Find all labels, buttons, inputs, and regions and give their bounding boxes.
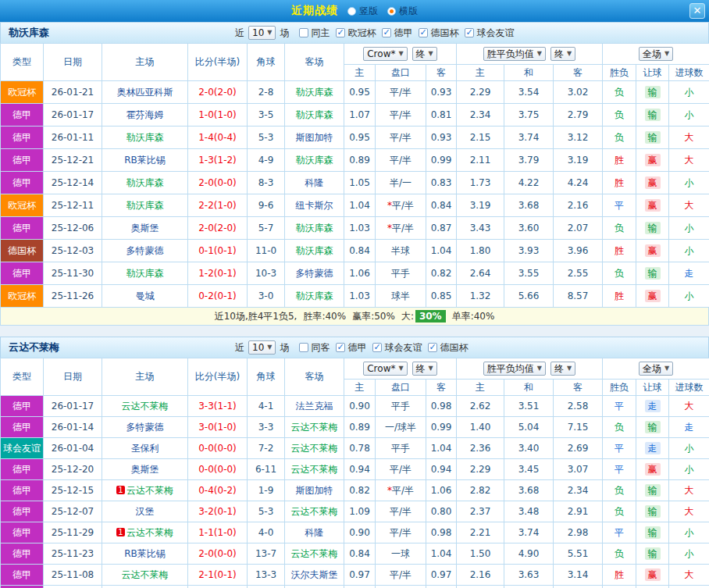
filter-checkbox[interactable]: 欧冠杯 bbox=[336, 27, 376, 40]
odds-company-select[interactable]: Crow*▼ bbox=[363, 47, 407, 61]
col-avg-away: 客 bbox=[554, 380, 603, 396]
handicap-result-cell: 走 bbox=[636, 396, 669, 417]
team-link[interactable]: 勒沃库森 bbox=[126, 268, 164, 279]
checkbox-label: 球会友谊 bbox=[476, 27, 514, 40]
odds-company-select[interactable]: Crow*▼ bbox=[363, 362, 407, 376]
avg-away-cell: 3.19 bbox=[554, 149, 603, 172]
league-badge: 德国杯 bbox=[1, 240, 44, 262]
col-home: 主场 bbox=[102, 44, 188, 81]
corners-cell: 5-3 bbox=[248, 127, 285, 149]
col-avg-draw: 和 bbox=[504, 380, 554, 396]
team-link[interactable]: 勒沃库森 bbox=[126, 177, 164, 188]
team-link[interactable]: 勒沃库森 bbox=[296, 245, 333, 256]
layout-radio[interactable]: 横版 bbox=[387, 5, 418, 18]
odds-home-cell: 0.90 bbox=[344, 586, 376, 588]
league-badge: 德甲 bbox=[1, 149, 44, 172]
team-link[interactable]: 云达不莱梅 bbox=[291, 548, 338, 559]
checkbox-label: 德国杯 bbox=[440, 341, 468, 355]
team-link[interactable]: 云达不莱梅 bbox=[122, 569, 169, 580]
team-link[interactable]: 云达不莱梅 bbox=[291, 422, 338, 433]
team-link[interactable]: 斯图加特 bbox=[296, 132, 333, 143]
checkbox-icon bbox=[465, 28, 474, 37]
team-link[interactable]: 勒沃库森 bbox=[296, 290, 333, 301]
chevron-down-icon: ▼ bbox=[567, 48, 572, 59]
team-link[interactable]: 科隆 bbox=[305, 527, 324, 538]
col-goals-result: 进球数 bbox=[669, 65, 709, 81]
team-link[interactable]: 奥斯堡 bbox=[131, 223, 159, 233]
team-link[interactable]: 斯图加特 bbox=[296, 485, 333, 496]
odds-final-select[interactable]: 终▼ bbox=[412, 47, 437, 61]
handicap-result-cell: 走 bbox=[636, 438, 669, 459]
avg-select[interactable]: 胜平负均值▼ bbox=[483, 47, 546, 61]
team-link[interactable]: 法兰克福 bbox=[296, 401, 333, 412]
team-link[interactable]: 科隆 bbox=[305, 177, 324, 188]
team-link[interactable]: 沃尔夫斯堡 bbox=[291, 569, 338, 580]
corners-cell: 4-0 bbox=[248, 522, 285, 543]
team-link[interactable]: 多特蒙德 bbox=[126, 422, 164, 433]
team-link[interactable]: 奥斯堡 bbox=[131, 464, 159, 475]
match-count-select[interactable]: 10▼ bbox=[248, 340, 276, 355]
team-link[interactable]: 曼城 bbox=[136, 290, 155, 301]
scope-select[interactable]: 全场▼ bbox=[639, 362, 673, 376]
match-row: 德甲26-01-14多特蒙德3-0(1-0)3-3云达不莱梅0.89一/球半0.… bbox=[1, 417, 709, 438]
scope-select[interactable]: 全场▼ bbox=[639, 47, 673, 61]
result-cell: 平 bbox=[603, 459, 636, 480]
team-link[interactable]: 勒沃库森 bbox=[296, 109, 333, 120]
odds-away-cell: 1.04 bbox=[426, 438, 457, 459]
avg-final-select[interactable]: 终▼ bbox=[550, 362, 575, 376]
team-link[interactable]: 勒沃库森 bbox=[296, 155, 333, 166]
team-link[interactable]: 多特蒙德 bbox=[126, 245, 164, 256]
result-cell: 胜 bbox=[603, 285, 636, 308]
home-team-cell: 汉堡 bbox=[102, 501, 188, 522]
score-cell: 0-0(0-0) bbox=[188, 459, 248, 480]
team-link[interactable]: 奥林匹亚科斯 bbox=[117, 87, 173, 98]
away-team-cell: 勒沃库森 bbox=[285, 149, 344, 172]
checkbox-icon bbox=[428, 343, 437, 352]
team-link[interactable]: 1云达不莱梅 bbox=[116, 527, 173, 538]
checkbox-label: 欧冠杯 bbox=[347, 27, 376, 40]
team-link[interactable]: 云达不莱梅 bbox=[291, 506, 338, 517]
filter-checkbox[interactable]: 球会友谊 bbox=[465, 27, 514, 40]
filter-checkbox[interactable]: 同客 bbox=[299, 341, 330, 355]
close-button[interactable]: ✕ bbox=[689, 3, 705, 19]
team-link[interactable]: 汉堡 bbox=[136, 506, 155, 517]
team-link[interactable]: 纽卡斯尔 bbox=[296, 200, 333, 211]
team-link[interactable]: 云达不莱梅 bbox=[122, 401, 169, 412]
filter-checkbox[interactable]: 德国杯 bbox=[428, 341, 468, 355]
team-link[interactable]: 勒沃库森 bbox=[296, 87, 333, 98]
avg-select[interactable]: 胜平负均值▼ bbox=[483, 362, 546, 376]
filter-checkbox[interactable]: 德甲 bbox=[336, 341, 366, 355]
result-cell: 平 bbox=[603, 522, 636, 543]
col-goals-result: 进球数 bbox=[669, 380, 709, 396]
team-link[interactable]: 勒沃库森 bbox=[296, 223, 333, 233]
avg-draw-cell: 3.68 bbox=[504, 480, 554, 501]
handicap-cell: 半球 bbox=[376, 240, 426, 262]
match-count-select[interactable]: 10▼ bbox=[248, 26, 276, 40]
team-link[interactable]: 勒沃库森 bbox=[126, 132, 164, 143]
filter-checkbox[interactable]: 德国杯 bbox=[419, 27, 458, 40]
team-link[interactable]: 勒沃库森 bbox=[126, 200, 164, 211]
odds-home-cell: 0.97 bbox=[344, 565, 376, 586]
away-team-cell: 斯图加特 bbox=[285, 480, 344, 501]
team-link[interactable]: 云达不莱梅 bbox=[291, 443, 338, 454]
filter-checkbox[interactable]: 同主 bbox=[299, 27, 330, 40]
odds-away-cell: 1.06 bbox=[426, 480, 457, 501]
col-date: 日期 bbox=[44, 44, 102, 81]
team-link[interactable]: 1云达不莱梅 bbox=[116, 485, 173, 496]
filter-checkbox[interactable]: 德甲 bbox=[382, 27, 412, 40]
layout-radio[interactable]: 竖版 bbox=[347, 5, 378, 18]
team-link[interactable]: RB莱比锡 bbox=[124, 155, 166, 166]
team-link[interactable]: RB莱比锡 bbox=[124, 548, 166, 559]
team-link[interactable]: 霍芬海姆 bbox=[126, 109, 164, 120]
match-row: 德甲25-11-23RB莱比锡2-0(0-0)13-7云达不莱梅0.84一球1.… bbox=[1, 543, 709, 565]
filter-checkbox[interactable]: 球会友谊 bbox=[372, 341, 422, 355]
score-cell: 0-0(0-0) bbox=[188, 438, 248, 459]
goals-result-cell: 小 bbox=[669, 459, 709, 480]
score-cell: 2-0(2-0) bbox=[188, 81, 248, 104]
avg-final-select[interactable]: 终▼ bbox=[550, 47, 575, 61]
odds-final-select[interactable]: 终▼ bbox=[412, 362, 437, 376]
team-link[interactable]: 云达不莱梅 bbox=[291, 464, 338, 475]
team-link[interactable]: 圣保利 bbox=[131, 443, 159, 454]
team-link[interactable]: 多特蒙德 bbox=[296, 268, 333, 279]
away-team-cell: 多特蒙德 bbox=[285, 262, 344, 285]
